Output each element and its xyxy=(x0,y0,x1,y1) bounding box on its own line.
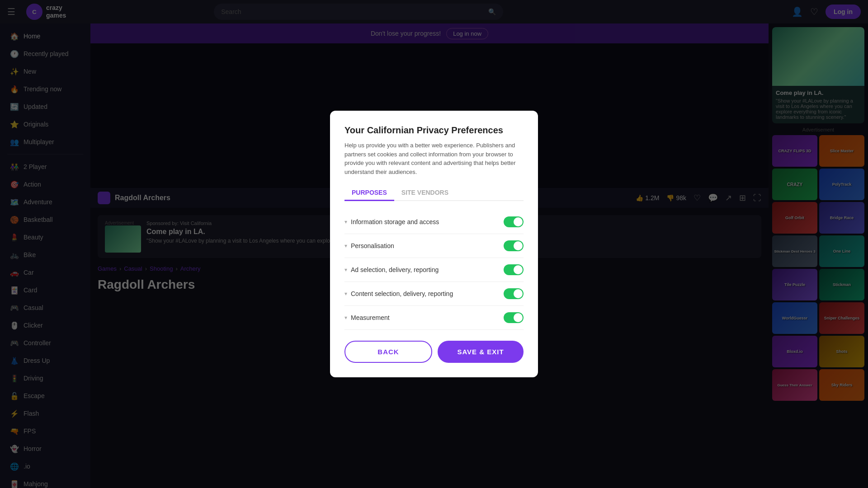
toggle-row-measurement: ▾ Measurement xyxy=(344,306,524,330)
toggle-label-measurement: ▾ Measurement xyxy=(344,314,390,321)
toggle-label-storage: ▾ Information storage and access xyxy=(344,218,439,225)
toggle-storage[interactable] xyxy=(504,216,524,227)
modal-buttons: BACK SAVE & EXIT xyxy=(344,341,524,363)
chevron-icon-ad-selection: ▾ xyxy=(344,267,347,273)
toggle-label-ad-selection: ▾ Ad selection, delivery, reporting xyxy=(344,266,439,273)
toggle-label-personalisation: ▾ Personalisation xyxy=(344,242,394,249)
toggle-row-personalisation: ▾ Personalisation xyxy=(344,234,524,258)
tab-vendors[interactable]: SITE VENDORS xyxy=(394,185,456,201)
toggle-measurement[interactable] xyxy=(504,312,524,323)
privacy-modal: Your Californian Privacy Preferences Hel… xyxy=(330,111,538,377)
chevron-icon-measurement: ▾ xyxy=(344,314,347,321)
tab-purposes[interactable]: PURPOSES xyxy=(344,185,394,201)
modal-overlay: Your Californian Privacy Preferences Hel… xyxy=(0,0,868,488)
chevron-icon-content-selection: ▾ xyxy=(344,291,347,297)
modal-tabs: PURPOSES SITE VENDORS xyxy=(344,185,524,201)
toggle-label-content-selection: ▾ Content selection, delivery, reporting xyxy=(344,290,453,297)
modal-description: Help us provide you with a better web ex… xyxy=(344,141,524,176)
chevron-icon-personalisation: ▾ xyxy=(344,243,347,249)
toggle-row-storage: ▾ Information storage and access xyxy=(344,210,524,234)
save-exit-button[interactable]: SAVE & EXIT xyxy=(438,341,524,363)
chevron-icon-storage: ▾ xyxy=(344,219,347,225)
toggle-row-content-selection: ▾ Content selection, delivery, reporting xyxy=(344,282,524,306)
toggle-ad-selection[interactable] xyxy=(504,264,524,275)
toggle-content-selection[interactable] xyxy=(504,288,524,299)
modal-title: Your Californian Privacy Preferences xyxy=(344,125,524,136)
toggle-personalisation[interactable] xyxy=(504,240,524,251)
toggle-row-ad-selection: ▾ Ad selection, delivery, reporting xyxy=(344,258,524,282)
back-button[interactable]: BACK xyxy=(344,341,432,363)
